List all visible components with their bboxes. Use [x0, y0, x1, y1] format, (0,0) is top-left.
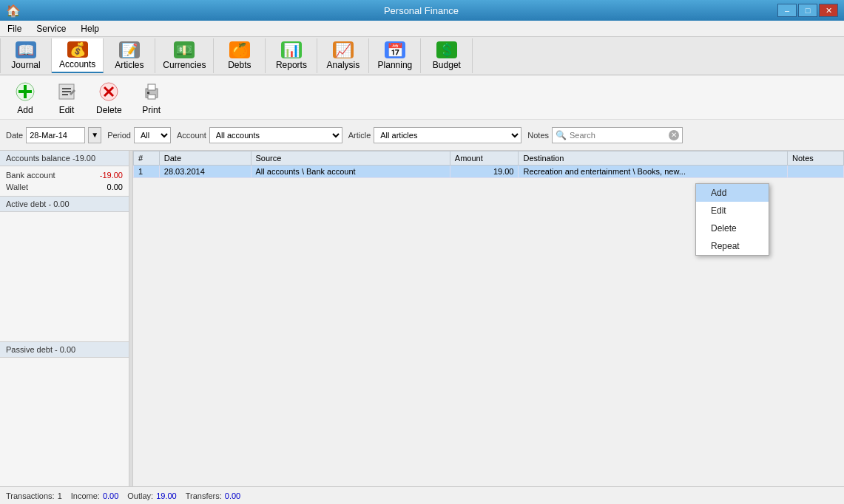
transfers-label: Transfers:: [186, 491, 222, 500]
account-select[interactable]: All accounts Bank account Wallet: [209, 127, 342, 143]
menu-file[interactable]: File: [3, 22, 26, 35]
nav-budget[interactable]: 💲 Budget: [421, 38, 473, 73]
article-label: Article: [348, 131, 371, 140]
edit-label: Edit: [59, 105, 75, 115]
cell-notes: [788, 166, 844, 178]
nav-toolbar: 📖 Journal 💰 Accounts 📝 Articles 💵 Curren…: [0, 37, 844, 75]
context-menu-repeat[interactable]: Repeat: [696, 237, 769, 255]
left-panel: Accounts balance -19.00 Bank account -19…: [0, 151, 129, 486]
svg-rect-13: [147, 92, 149, 94]
restore-button[interactable]: □: [798, 4, 817, 17]
wallet-name: Wallet: [6, 183, 28, 191]
add-label: Add: [17, 105, 33, 115]
minimize-button[interactable]: –: [777, 4, 797, 17]
account-label: Account: [177, 131, 206, 140]
nav-planning[interactable]: 📅 Planning: [369, 38, 421, 73]
nav-journal[interactable]: 📖 Journal: [0, 38, 52, 73]
nav-reports[interactable]: 📊 Reports: [266, 38, 317, 73]
cell-date: 28.03.2014: [159, 166, 251, 178]
date-picker-button[interactable]: ▼: [88, 127, 101, 143]
nav-reports-label: Reports: [276, 60, 307, 70]
nav-debts[interactable]: 🍊 Debts: [214, 38, 266, 73]
period-filter-group: Period All Day Week Month Year: [107, 127, 171, 143]
article-filter-group: Article All articles: [348, 127, 522, 143]
nav-accounts[interactable]: 💰 Accounts: [52, 38, 104, 73]
currencies-icon: 💵: [174, 41, 195, 58]
menu-bar: File Service Help: [0, 21, 844, 37]
col-header-notes: Notes: [788, 151, 844, 166]
account-filter-group: Account All accounts Bank account Wallet: [177, 127, 342, 143]
nav-budget-label: Budget: [433, 60, 461, 70]
delete-icon: [97, 80, 121, 103]
period-select[interactable]: All Day Week Month Year: [134, 127, 171, 143]
edit-button[interactable]: Edit: [47, 77, 86, 118]
svg-rect-2: [18, 90, 32, 93]
nav-accounts-label: Accounts: [59, 59, 95, 69]
income-value: 0.00: [103, 491, 118, 500]
wallet-amount: 0.00: [107, 183, 123, 191]
search-icon: 🔍: [556, 130, 567, 140]
nav-analysis[interactable]: 📈 Analysis: [317, 38, 369, 73]
col-header-destination: Destination: [519, 151, 788, 166]
menu-service[interactable]: Service: [32, 22, 70, 35]
status-bar: Transactions: 1 Income: 0.00 Outlay: 19.…: [0, 486, 844, 504]
debts-icon: 🍊: [229, 41, 250, 58]
outlay-value: 19.00: [156, 491, 177, 500]
window-title: Personal Finance: [65, 5, 777, 16]
add-button[interactable]: Add: [6, 77, 44, 118]
nav-analysis-label: Analysis: [327, 60, 360, 70]
search-clear-icon[interactable]: ✕: [669, 130, 679, 140]
close-button[interactable]: ✕: [819, 4, 838, 17]
cell-num: 1: [134, 166, 160, 178]
date-filter-group: Date ▼: [6, 127, 101, 143]
svg-rect-12: [148, 95, 155, 99]
search-input[interactable]: [570, 131, 666, 140]
table-row[interactable]: 1 28.03.2014 All accounts \ Bank account…: [134, 166, 844, 178]
delete-button[interactable]: Delete: [89, 77, 129, 118]
nav-currencies[interactable]: 💵 Currencies: [155, 38, 214, 73]
bank-account-name: Bank account: [6, 171, 55, 180]
context-menu-edit[interactable]: Edit: [696, 202, 769, 219]
cell-source: All accounts \ Bank account: [251, 166, 450, 178]
active-debt-section: Active debt - 0.00: [0, 197, 129, 342]
nav-articles[interactable]: 📝 Articles: [104, 38, 155, 73]
col-header-num: #: [134, 151, 160, 166]
accounts-section: Accounts balance -19.00 Bank account -19…: [0, 151, 129, 197]
journal-icon: 📖: [16, 41, 36, 58]
article-select[interactable]: All articles: [374, 127, 521, 143]
bank-account-amount: -19.00: [100, 171, 123, 180]
date-input[interactable]: [26, 127, 85, 143]
nav-currencies-label: Currencies: [163, 60, 206, 70]
reports-icon: 📊: [281, 41, 302, 58]
nav-journal-label: Journal: [11, 60, 40, 70]
filter-bar: Date ▼ Period All Day Week Month Year Ac…: [0, 120, 844, 151]
window-controls: – □ ✕: [777, 4, 838, 17]
context-menu: Add Edit Delete Repeat: [695, 183, 769, 256]
title-bar: 🏠 Personal Finance – □ ✕: [0, 0, 844, 21]
notes-label: Notes: [527, 131, 549, 140]
nav-planning-label: Planning: [378, 60, 413, 70]
menu-help[interactable]: Help: [76, 22, 104, 35]
notes-filter-group: Notes 🔍 ✕: [527, 127, 683, 143]
context-menu-delete[interactable]: Delete: [696, 219, 769, 237]
action-toolbar: Add Edit Delete: [0, 75, 844, 120]
active-debt-text: Active debt - 0.00: [6, 200, 70, 208]
outlay-label: Outlay:: [127, 491, 153, 500]
income-label: Income:: [71, 491, 100, 500]
account-list: Bank account -19.00 Wallet 0.00: [0, 166, 129, 196]
print-button[interactable]: Print: [132, 77, 171, 118]
nav-articles-label: Articles: [115, 60, 144, 70]
passive-debt-header: Passive debt - 0.00: [0, 342, 129, 358]
print-label: Print: [142, 105, 161, 115]
col-header-date: Date: [159, 151, 251, 166]
search-box: 🔍 ✕: [552, 127, 683, 143]
edit-icon: [55, 80, 78, 103]
cell-amount: 19.00: [450, 166, 519, 178]
list-item: Wallet 0.00: [3, 181, 126, 193]
add-icon: [13, 80, 37, 103]
context-menu-add[interactable]: Add: [696, 184, 769, 202]
col-header-amount: Amount: [450, 151, 519, 166]
articles-icon: 📝: [119, 41, 140, 58]
date-label: Date: [6, 131, 23, 140]
budget-icon: 💲: [436, 41, 457, 58]
